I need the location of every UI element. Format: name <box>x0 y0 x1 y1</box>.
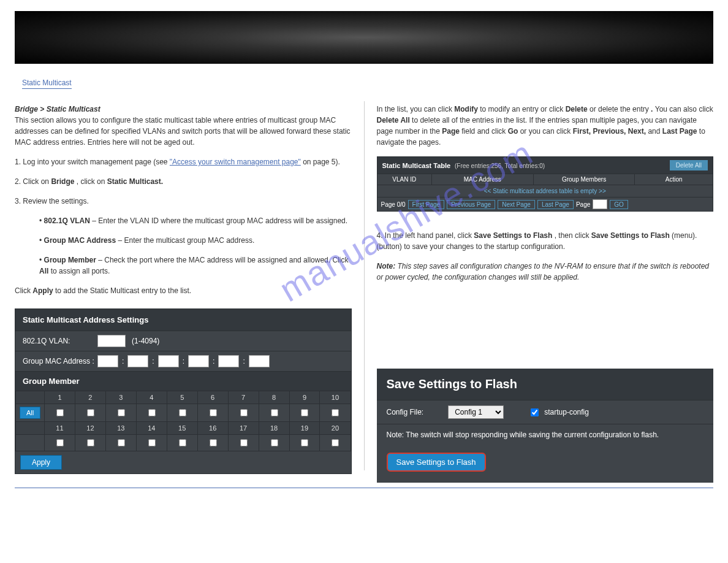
apply-button[interactable]: Apply <box>20 455 62 470</box>
breadcrumb-path: Bridge > Static Multicast <box>15 105 100 113</box>
previous-page-button[interactable]: Previous Page <box>447 200 495 209</box>
text: Click <box>15 286 32 295</box>
port-checkbox[interactable] <box>271 439 278 446</box>
port-checkbox[interactable] <box>240 409 248 416</box>
all-button[interactable]: All <box>20 407 40 419</box>
port-num: 20 <box>320 422 351 435</box>
intro-text: This section allows you to configure the… <box>15 116 351 147</box>
vlan-row: 802.1Q VLAN: (1-4094) <box>15 331 351 351</box>
port-num: 10 <box>320 391 351 404</box>
port-num: 9 <box>289 391 320 404</box>
step-text: , click on <box>77 177 107 186</box>
port-checkbox[interactable] <box>56 409 64 416</box>
port-num: 7 <box>228 391 259 404</box>
startup-config-option[interactable]: startup-config <box>528 407 589 418</box>
text: field and click <box>461 127 507 136</box>
go-button[interactable]: GO <box>610 200 628 209</box>
static-multicast-table: Static Multicast Table (Free entries:256… <box>377 156 714 212</box>
last-page-button[interactable]: Last Page <box>537 200 574 209</box>
vlan-input[interactable] <box>97 335 126 347</box>
port-checkbox[interactable] <box>210 409 217 416</box>
step-number: 1. <box>15 158 21 166</box>
list-navigation-paragraph: In the list, you can click Modify to mod… <box>377 104 714 148</box>
text: In the left hand panel, click <box>385 231 474 240</box>
step-text: Click on <box>23 177 51 186</box>
note-label: Note: <box>377 262 396 270</box>
config-file-select[interactable]: Config 1 <box>448 405 504 419</box>
apply-instruction: Click Apply to add the Static Multicast … <box>15 285 352 296</box>
text: to add the Static Multicast entry to the… <box>55 286 191 295</box>
column-divider <box>364 101 365 470</box>
port-checkbox[interactable] <box>56 439 64 446</box>
mac-octet-4[interactable] <box>188 355 209 367</box>
section-heading: Static Multicast <box>22 79 72 89</box>
group-member-table: 1 2 3 4 5 6 7 8 9 10 All <box>15 391 351 451</box>
manual-link[interactable]: "Access your switch management page" <box>170 158 301 166</box>
port-checkbox[interactable] <box>210 439 217 446</box>
step-3: 3. Review the settings. <box>15 196 352 207</box>
port-num: 3 <box>105 391 136 404</box>
port-checkbox[interactable] <box>179 439 186 446</box>
col-mac: MAC Address <box>432 174 534 185</box>
emph: Save Settings to Flash <box>474 231 552 240</box>
mac-row: Group MAC Address : : : : : : <box>15 351 351 371</box>
port-num: 16 <box>197 422 228 435</box>
port-checkbox[interactable] <box>271 409 278 416</box>
mac-octet-6[interactable] <box>249 355 270 367</box>
port-checkbox[interactable] <box>179 409 186 416</box>
port-checkbox[interactable] <box>301 409 308 416</box>
port-checkbox[interactable] <box>240 439 248 446</box>
port-num: 17 <box>228 422 259 435</box>
step-4: 4. In the left hand panel, click Save Se… <box>377 230 714 252</box>
port-checkbox[interactable] <box>87 409 94 416</box>
first-page-button[interactable]: First Page <box>408 200 445 209</box>
save-settings-button[interactable]: Save Settings to Flash <box>387 453 486 472</box>
emph: First, Previous, Next, <box>573 127 646 136</box>
step-number: 3. <box>15 197 21 205</box>
text: or delete the entry <box>590 105 649 113</box>
emph: Page <box>442 127 460 136</box>
port-checkbox[interactable] <box>332 439 339 446</box>
mac-octet-3[interactable] <box>158 355 179 367</box>
mac-octet-5[interactable] <box>218 355 239 367</box>
bullet-mac: • Group MAC Address – Enter the multicas… <box>39 235 352 246</box>
mac-octet-2[interactable] <box>127 355 148 367</box>
delete-all-button[interactable]: Delete All <box>670 160 708 170</box>
emph: All <box>39 267 48 275</box>
mac-octet-1[interactable] <box>97 355 118 367</box>
port-num: 18 <box>259 422 289 435</box>
save-to-flash-panel: Save Settings to Flash Config File: Conf… <box>377 369 714 483</box>
note-text: This step saves all configuration change… <box>377 262 710 282</box>
port-checkbox[interactable] <box>301 439 308 446</box>
next-page-button[interactable]: Next Page <box>498 200 535 209</box>
text: or you can click <box>520 127 573 136</box>
startup-config-label: startup-config <box>544 408 589 416</box>
page-input[interactable] <box>593 199 607 209</box>
bullet-label: Group MAC Address <box>44 236 116 245</box>
port-checkbox[interactable] <box>332 409 339 416</box>
startup-config-checkbox[interactable] <box>531 408 539 416</box>
bullet-label: 802.1Q VLAN <box>44 216 90 225</box>
step-text-after: on page 5). <box>303 158 340 166</box>
flash-panel-heading: Save Settings to Flash <box>377 369 714 400</box>
step-text: Log into your switch management page (se… <box>23 158 169 166</box>
step-2: 2. Click on Bridge , click on Static Mul… <box>15 176 352 187</box>
port-num: 15 <box>167 422 197 435</box>
flash-note-paragraph: Note: This step saves all configuration … <box>377 261 714 283</box>
port-checkbox[interactable] <box>148 409 156 416</box>
port-checkbox[interactable] <box>148 439 156 446</box>
emph: . <box>651 105 655 113</box>
table-subtitle: (Free entries:256, Total entries:0) <box>455 163 545 169</box>
text: , then click <box>555 231 591 240</box>
port-checkbox[interactable] <box>87 439 94 446</box>
text: In the list, you can click <box>377 105 455 113</box>
mac-label: Group MAC Address : <box>23 357 96 366</box>
port-num: 8 <box>259 391 289 404</box>
emph: Bridge <box>51 177 74 186</box>
col-vlan-id: VLAN ID <box>377 174 432 185</box>
port-num: 2 <box>75 391 105 404</box>
config-file-label: Config File: <box>387 408 424 416</box>
text: You can also click <box>655 105 713 113</box>
port-checkbox[interactable] <box>118 409 125 416</box>
port-checkbox[interactable] <box>118 439 125 446</box>
